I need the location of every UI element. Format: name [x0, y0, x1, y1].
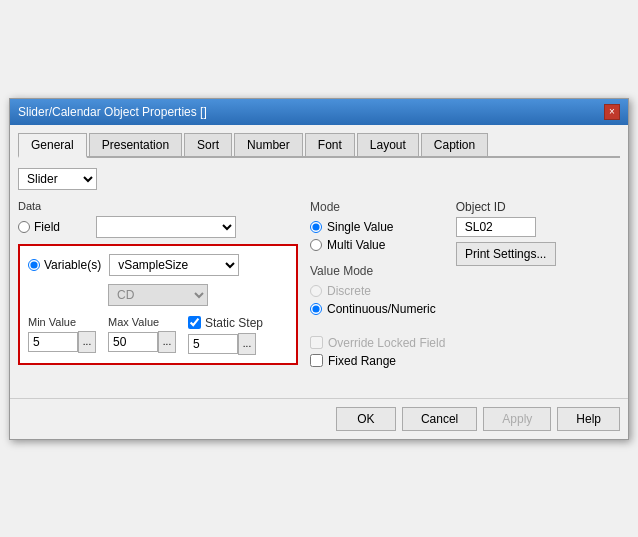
field-dropdown[interactable] [96, 216, 236, 238]
max-value-input[interactable] [108, 332, 158, 352]
tab-font[interactable]: Font [305, 133, 355, 156]
multi-value-radio[interactable] [310, 239, 322, 251]
max-value-ellipsis[interactable]: ... [158, 331, 176, 353]
help-button[interactable]: Help [557, 407, 620, 431]
title-bar: Slider/Calendar Object Properties [] × [10, 99, 628, 125]
single-value-option[interactable]: Single Value [310, 220, 436, 234]
right-panel: Mode Single Value Multi Value [310, 200, 620, 380]
multi-value-option[interactable]: Multi Value [310, 238, 436, 252]
field-radio[interactable] [18, 221, 30, 233]
type-dropdown[interactable]: Slider Calendar [18, 168, 97, 190]
apply-button[interactable]: Apply [483, 407, 551, 431]
discrete-option[interactable]: Discrete [310, 284, 436, 298]
max-value-label: Max Value [108, 316, 176, 328]
max-value-input-group: ... [108, 331, 176, 353]
ok-button[interactable]: OK [336, 407, 396, 431]
tab-number[interactable]: Number [234, 133, 303, 156]
variable-dropdown[interactable]: vSampleSize [109, 254, 239, 276]
options-section: Override Locked Field Fixed Range [310, 336, 620, 368]
data-section-label: Data [18, 200, 298, 212]
left-panel: Data Field [18, 200, 298, 380]
min-value-input-group: ... [28, 331, 96, 353]
override-locked-checkbox [310, 336, 323, 349]
type-select-row: Slider Calendar [18, 168, 620, 190]
fixed-range-option[interactable]: Fixed Range [310, 354, 620, 368]
static-step-checkbox[interactable] [188, 316, 201, 329]
static-step-header: Static Step [188, 316, 263, 330]
main-layout: Data Field [18, 200, 620, 380]
print-settings-button[interactable]: Print Settings... [456, 242, 556, 266]
object-id-section: Object ID SL02 Print Settings... [456, 200, 556, 328]
value-mode-section: Value Mode Discrete Continuous/Numeric [310, 264, 436, 316]
min-value-input[interactable] [28, 332, 78, 352]
close-icon: × [609, 106, 615, 117]
title-text: Slider/Calendar Object Properties [] [18, 105, 207, 119]
variable-radio[interactable] [28, 259, 40, 271]
cancel-button[interactable]: Cancel [402, 407, 477, 431]
static-step-group: Static Step ... [188, 316, 263, 355]
tab-layout[interactable]: Layout [357, 133, 419, 156]
tab-sort[interactable]: Sort [184, 133, 232, 156]
continuous-option[interactable]: Continuous/Numeric [310, 302, 436, 316]
field-radio-label[interactable]: Field [18, 220, 88, 234]
discrete-radio [310, 285, 322, 297]
tab-general[interactable]: General [18, 133, 87, 158]
object-id-value: SL02 [456, 217, 536, 237]
mode-and-value-mode: Mode Single Value Multi Value [310, 200, 436, 328]
tab-bar: General Presentation Sort Number Font La… [18, 133, 620, 158]
static-step-ellipsis[interactable]: ... [238, 333, 256, 355]
tab-caption[interactable]: Caption [421, 133, 488, 156]
min-value-ellipsis[interactable]: ... [78, 331, 96, 353]
continuous-radio[interactable] [310, 303, 322, 315]
variable-section: Variable(s) vSampleSize CD [18, 244, 298, 365]
single-value-radio[interactable] [310, 221, 322, 233]
sub-select-row: CD [28, 284, 288, 306]
minmax-row: Min Value ... Max Value ... [28, 316, 288, 355]
tab-presentation[interactable]: Presentation [89, 133, 182, 156]
static-step-label[interactable]: Static Step [188, 316, 263, 330]
field-radio-row: Field [18, 216, 298, 238]
mode-section: Mode Single Value Multi Value [310, 200, 436, 252]
static-step-input-group: ... [188, 333, 263, 355]
right-top: Mode Single Value Multi Value [310, 200, 620, 328]
sub-dropdown[interactable]: CD [108, 284, 208, 306]
value-mode-label: Value Mode [310, 264, 436, 278]
override-locked-option: Override Locked Field [310, 336, 620, 350]
button-row: OK Cancel Apply Help [10, 398, 628, 439]
static-step-input[interactable] [188, 334, 238, 354]
close-button[interactable]: × [604, 104, 620, 120]
object-id-label: Object ID [456, 200, 556, 214]
min-value-label: Min Value [28, 316, 96, 328]
min-value-group: Min Value ... [28, 316, 96, 353]
variable-radio-row: Variable(s) vSampleSize [28, 254, 288, 276]
dialog-window: Slider/Calendar Object Properties [] × G… [9, 98, 629, 440]
fixed-range-checkbox[interactable] [310, 354, 323, 367]
mode-label: Mode [310, 200, 436, 214]
dialog-content: General Presentation Sort Number Font La… [10, 125, 628, 388]
variable-radio-label[interactable]: Variable(s) [28, 258, 101, 272]
max-value-group: Max Value ... [108, 316, 176, 353]
